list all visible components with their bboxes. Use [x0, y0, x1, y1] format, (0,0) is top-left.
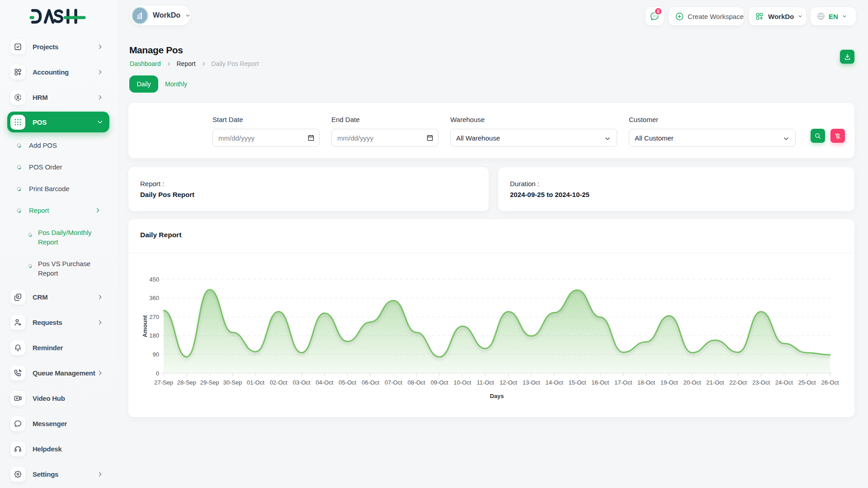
chevron-right-icon — [97, 94, 104, 101]
user-plus-icon — [10, 315, 25, 330]
sidebar-subitem-label: POS Order — [29, 162, 62, 172]
x-tick-label: 07-Oct — [385, 379, 402, 386]
breadcrumb-report[interactable]: Report — [177, 60, 196, 67]
sidebar-item-pos[interactable]: POS — [7, 112, 109, 132]
building-icon — [136, 11, 144, 20]
hrm-icon — [10, 90, 25, 105]
sidebar-item-label: Reminder — [33, 344, 63, 352]
start-date-input[interactable] — [212, 129, 320, 147]
x-tick-label: 15-Oct — [568, 379, 586, 386]
trash-off-icon — [834, 132, 841, 140]
sidebar-item-crm[interactable]: CRM — [7, 286, 109, 307]
x-tick-label: 14-Oct — [546, 379, 563, 386]
chevron-right-icon — [166, 61, 171, 66]
grid-plus-icon — [755, 12, 764, 21]
x-tick-label: 06-Oct — [362, 379, 379, 386]
customer-label: Customer — [629, 116, 658, 123]
area-chart-svg: 09018027036045027-Sep28-Sep29-Sep30-Sep0… — [128, 253, 854, 417]
workspace-switcher[interactable]: WorkDo — [130, 5, 191, 25]
sidebar-item-pos-order[interactable]: POS Order — [7, 162, 109, 172]
sidebar-item-video-hub[interactable]: Video Hub — [7, 388, 109, 408]
chevron-down-icon — [797, 14, 803, 19]
x-tick-label: 13-Oct — [523, 379, 540, 386]
x-tick-label: 28-Sep — [177, 379, 196, 386]
sidebar-item-label: POS — [33, 118, 47, 126]
create-workspace-button[interactable]: Create Workspace — [669, 7, 744, 25]
bullet-icon — [17, 206, 21, 215]
x-tick-label: 27-Sep — [154, 379, 173, 386]
company-menu-button[interactable]: WorkDo — [749, 7, 806, 25]
dots-grid-icon — [10, 115, 25, 130]
download-icon — [844, 53, 851, 61]
duration-label: Duration : — [510, 180, 539, 188]
x-tick-label: 25-Oct — [798, 379, 816, 386]
sidebar-item-print-barcode[interactable]: Print Barcode — [7, 184, 109, 193]
page-title: Manage Pos — [129, 45, 183, 56]
tab-daily[interactable]: Daily — [129, 75, 158, 93]
sidebar-item-pos-vs-purchase-report[interactable]: Pos VS PurchaseReport — [7, 259, 109, 278]
x-tick-label: 17-Oct — [614, 379, 632, 386]
sidebar-item-report[interactable]: Report — [7, 206, 109, 215]
workspace-name: WorkDo — [153, 11, 180, 19]
chevron-down-icon — [842, 14, 847, 19]
warehouse-label: Warehouse — [450, 116, 485, 123]
x-tick-label: 29-Sep — [200, 379, 219, 386]
sidebar-item-label: CRM — [33, 293, 47, 301]
sidebar-item-helpdesk[interactable]: Helpdesk — [7, 438, 109, 459]
reset-button[interactable] — [830, 129, 845, 143]
bullet-icon — [17, 163, 21, 171]
sidebar-item-accounting[interactable]: Accounting — [7, 61, 109, 82]
sidebar-item-label: Helpdesk — [33, 445, 62, 453]
sidebar-item-queue-management[interactable]: Queue Management — [7, 362, 109, 383]
x-tick-label: 09-Oct — [430, 379, 448, 386]
x-tick-label: 11-Oct — [477, 379, 494, 386]
sidebar-item-requests[interactable]: Requests — [7, 312, 109, 333]
workspace-avatar — [132, 8, 147, 23]
x-tick-label: 03-Oct — [292, 379, 310, 386]
breadcrumb-dashboard[interactable]: Dashboard — [130, 60, 161, 67]
warehouse-select[interactable]: All Warehouse — [450, 129, 617, 147]
end-date-input[interactable] — [331, 129, 439, 147]
sidebar-item-settings[interactable]: Settings — [7, 464, 109, 484]
bullet-icon — [17, 185, 21, 193]
company-name: WorkDo — [768, 13, 794, 20]
dash-logo[interactable] — [29, 8, 88, 28]
download-button[interactable] — [840, 50, 854, 64]
video-plus-icon — [10, 391, 25, 406]
y-tick-label: 270 — [149, 314, 159, 320]
globe-icon — [816, 12, 826, 21]
language-selector[interactable]: EN — [811, 7, 856, 25]
report-value: Daily Pos Report — [140, 191, 194, 198]
tab-monthly[interactable]: Monthly — [165, 75, 187, 93]
sidebar-item-reminder[interactable]: Reminder — [7, 337, 109, 358]
sidebar-item-label: HRM — [33, 94, 47, 101]
chevron-right-icon — [97, 43, 104, 50]
end-date-label: End Date — [331, 116, 360, 123]
search-button[interactable] — [811, 129, 825, 143]
chat-badge: 0 — [654, 7, 662, 15]
customer-select[interactable]: All Customer — [629, 129, 796, 147]
sidebar-item-projects[interactable]: Projects — [7, 36, 109, 57]
sidebar-item-pos-daily-monthly-report[interactable]: Pos Daily/MonthlyReport — [7, 228, 109, 247]
sidebar-subitem-label: Add POS — [29, 141, 57, 150]
daily-report-card: Daily Report 09018027036045027-Sep28-Sep… — [128, 219, 854, 417]
duration-value: 2024-09-25 to 2024-10-25 — [510, 191, 590, 198]
sidebar-item-label: Requests — [33, 319, 62, 326]
chevron-right-icon — [201, 61, 206, 66]
language-code: EN — [829, 13, 838, 20]
start-date-label: Start Date — [212, 116, 243, 123]
chart-title: Daily Report — [140, 230, 181, 239]
chevron-right-icon — [97, 370, 104, 376]
message-icon — [10, 416, 25, 431]
x-tick-label: 12-Oct — [500, 379, 517, 386]
x-tick-label: 01-Oct — [247, 379, 264, 386]
sidebar-item-messenger[interactable]: Messenger — [7, 413, 109, 434]
daily-report-chart[interactable]: 09018027036045027-Sep28-Sep29-Sep30-Sep0… — [128, 253, 854, 417]
y-tick-label: 0 — [156, 370, 159, 377]
sidebar: Projects Accounting HRM POS Add POS POS … — [0, 0, 118, 488]
x-tick-label: 19-Oct — [660, 379, 678, 386]
sidebar-item-hrm[interactable]: HRM — [7, 87, 109, 108]
sidebar-item-add-pos[interactable]: Add POS — [7, 141, 109, 150]
y-axis-title: Amount — [142, 315, 148, 338]
x-tick-label: 18-Oct — [637, 379, 655, 386]
